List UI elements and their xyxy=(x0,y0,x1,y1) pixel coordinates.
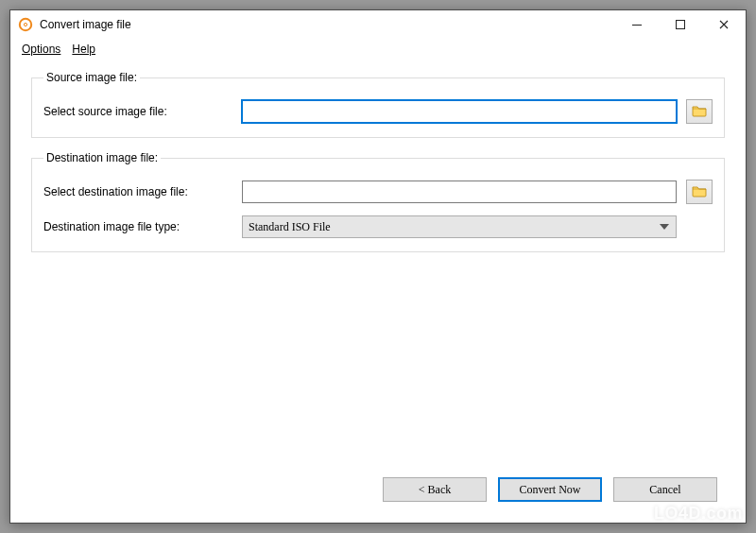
close-button[interactable] xyxy=(702,10,746,39)
browse-dest-button[interactable] xyxy=(686,180,713,204)
svg-rect-3 xyxy=(677,21,685,29)
label-source-file: Select source image file: xyxy=(43,105,232,118)
svg-rect-2 xyxy=(632,25,642,26)
menu-help[interactable]: Help xyxy=(72,43,95,56)
group-destination: Destination image file: Select destinati… xyxy=(31,151,725,252)
dest-file-input[interactable] xyxy=(242,181,677,203)
folder-icon xyxy=(692,104,707,120)
maximize-button[interactable] xyxy=(659,10,702,39)
label-dest-type: Destination image file type: xyxy=(43,220,232,233)
row-dest-file: Select destination image file: xyxy=(43,180,713,204)
footer: < Back Convert Now Cancel xyxy=(10,472,746,523)
group-destination-legend: Destination image file: xyxy=(43,151,161,164)
svg-point-1 xyxy=(24,23,26,26)
group-source-legend: Source image file: xyxy=(43,71,140,84)
back-button[interactable]: < Back xyxy=(383,477,487,502)
dest-type-select[interactable]: Standard ISO File xyxy=(242,215,677,238)
menu-options[interactable]: Options xyxy=(22,43,60,56)
browse-source-button[interactable] xyxy=(686,99,713,124)
window-controls xyxy=(615,10,746,39)
row-dest-type: Destination image file type: Standard IS… xyxy=(43,215,713,238)
group-source: Source image file: Select source image f… xyxy=(31,71,725,138)
titlebar-left: Convert image file xyxy=(10,17,131,32)
menubar: Options Help xyxy=(10,39,746,61)
row-source-file: Select source image file: xyxy=(43,99,713,124)
client-area: Source image file: Select source image f… xyxy=(10,61,746,252)
cancel-button[interactable]: Cancel xyxy=(613,477,717,502)
folder-icon xyxy=(692,184,707,200)
convert-now-button[interactable]: Convert Now xyxy=(498,477,602,502)
titlebar: Convert image file xyxy=(10,10,746,39)
source-file-input[interactable] xyxy=(242,100,677,123)
window-title: Convert image file xyxy=(40,18,131,31)
label-dest-file: Select destination image file: xyxy=(43,185,232,198)
minimize-button[interactable] xyxy=(615,10,659,39)
app-disc-icon xyxy=(18,17,33,32)
footer-separator xyxy=(31,463,725,464)
window: Convert image file Options Help xyxy=(9,9,747,524)
